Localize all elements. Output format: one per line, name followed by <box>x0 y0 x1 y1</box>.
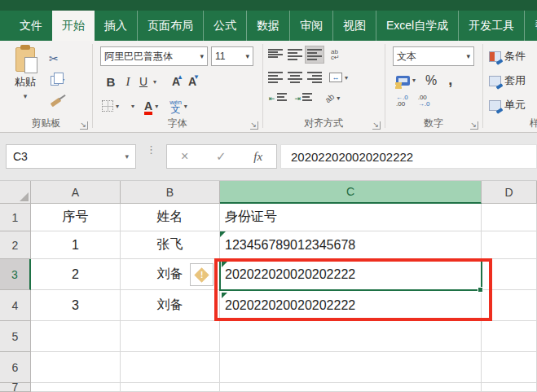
font-size-combo[interactable]: 11 ▾ <box>211 46 253 66</box>
select-all-corner[interactable] <box>0 181 31 204</box>
fill-handle[interactable] <box>478 287 483 293</box>
cell-C5[interactable] <box>220 321 482 352</box>
row-header-4[interactable]: 4 <box>0 290 31 321</box>
orientation-button[interactable]: ab <box>324 91 337 104</box>
increase-indent-button[interactable]: ⇥ <box>295 93 315 103</box>
number-format-combo[interactable]: 文本 ▾ <box>393 46 474 66</box>
cell-B6[interactable] <box>121 352 220 383</box>
ribbon-tab-5[interactable]: 公式 <box>203 11 246 41</box>
name-box-dropdown-icon[interactable]: ▾ <box>125 152 129 161</box>
decrease-font-button[interactable]: A▼ <box>184 75 200 88</box>
error-checking-button[interactable]: ! <box>190 263 213 286</box>
underline-button[interactable]: U <box>136 75 151 88</box>
ribbon-tab-1[interactable]: 文件 <box>10 11 52 41</box>
wrap-text-button[interactable]: abc↵ <box>331 49 340 60</box>
format-as-table-button[interactable]: 套用 <box>489 73 526 88</box>
cell-C7[interactable] <box>220 383 482 392</box>
font-color-dropdown-icon[interactable]: ▾ <box>155 103 158 110</box>
cell-B2[interactable]: 张飞 <box>121 231 220 259</box>
cell-A2[interactable]: 1 <box>31 231 121 259</box>
decrease-indent-button[interactable]: ⇤ <box>269 93 288 103</box>
ribbon-tab-10[interactable]: 开发工具 <box>458 11 524 41</box>
decrease-decimal-button[interactable]: .00→.0 <box>418 95 430 108</box>
cell-B5[interactable] <box>121 321 220 352</box>
formula-bar-splitter[interactable]: ⋮ <box>146 146 156 153</box>
align-center-button[interactable] <box>285 68 305 86</box>
cell-C6[interactable] <box>220 352 482 383</box>
paste-dropdown-icon[interactable]: ▾ <box>7 92 44 100</box>
ribbon-tab-8[interactable]: 视图 <box>332 11 376 41</box>
chevron-down-icon[interactable]: ▾ <box>200 52 204 60</box>
ribbon-tab-6[interactable]: 数据 <box>246 11 289 41</box>
font-name-combo[interactable]: 阿里巴巴普惠体 ▾ <box>100 46 208 66</box>
cell-A1[interactable]: 序号 <box>31 204 121 231</box>
row-header-7[interactable]: 7 <box>0 383 31 392</box>
ribbon-tab-4[interactable]: 页面布局 <box>137 11 203 41</box>
cell-C4[interactable]: 202022020020202222 <box>220 290 482 321</box>
row-header-2[interactable]: 2 <box>0 231 31 259</box>
cell-D7[interactable] <box>482 383 537 392</box>
column-header-D[interactable]: D <box>482 181 537 204</box>
cell-A5[interactable] <box>31 321 121 352</box>
cell-D4[interactable] <box>482 290 537 321</box>
cell-D3[interactable] <box>482 259 537 290</box>
name-box[interactable]: C3 ▾ <box>6 144 136 169</box>
row-header-6[interactable]: 6 <box>0 352 31 383</box>
accounting-dropdown-icon[interactable]: ▾ <box>412 77 416 84</box>
row-header-3[interactable]: 3 <box>0 259 31 290</box>
font-color-button[interactable]: A <box>144 100 152 112</box>
bottom-align-button[interactable] <box>305 46 324 64</box>
cell-styles-button[interactable]: 单元 <box>489 98 526 112</box>
italic-button[interactable]: I <box>120 75 136 89</box>
orientation-dropdown-icon[interactable]: ▾ <box>337 95 340 102</box>
percent-style-button[interactable]: % <box>425 73 437 88</box>
comma-style-button[interactable]: , <box>448 72 452 89</box>
cell-D2[interactable] <box>482 231 537 259</box>
copy-button[interactable]: ▾ <box>49 69 88 91</box>
cell-A6[interactable] <box>31 352 121 383</box>
cell-B7[interactable] <box>121 383 220 392</box>
cell-A3[interactable]: 2 <box>31 259 121 290</box>
insert-function-button[interactable]: fx <box>253 150 262 164</box>
cell-D6[interactable] <box>482 352 537 383</box>
number-dialog-launcher-icon[interactable]: ↘ <box>470 121 478 130</box>
ribbon-tab-11[interactable]: 帮助 <box>524 11 537 41</box>
row-header-5[interactable]: 5 <box>0 321 31 352</box>
ribbon-tab-2[interactable]: 开始 <box>52 11 95 41</box>
row-header-1[interactable]: 1 <box>0 204 31 231</box>
alignment-dialog-launcher-icon[interactable]: ↘ <box>372 121 381 130</box>
bold-button[interactable]: B <box>102 75 120 89</box>
borders-icon[interactable] <box>102 100 113 112</box>
middle-align-button[interactable] <box>285 46 305 64</box>
column-header-C[interactable]: C <box>220 181 482 204</box>
cell-D5[interactable] <box>482 321 537 352</box>
ribbon-tab-7[interactable]: 审阅 <box>289 11 332 41</box>
phonetic-dropdown-icon[interactable]: ▾ <box>184 103 187 110</box>
chevron-down-icon[interactable]: ▾ <box>245 52 249 60</box>
column-header-A[interactable]: A <box>31 181 121 204</box>
underline-dropdown-icon[interactable]: ▾ <box>153 78 156 86</box>
borders-dropdown-icon[interactable]: ▾ <box>116 103 119 110</box>
cell-A7[interactable] <box>31 383 121 392</box>
column-header-B[interactable]: B <box>121 181 220 204</box>
ribbon-tab-3[interactable]: 插入 <box>95 11 137 41</box>
formula-input[interactable]: 202022020020202222 <box>280 144 537 169</box>
font-dialog-launcher-icon[interactable]: ↘ <box>250 121 258 130</box>
cell-B1[interactable]: 姓名 <box>121 204 220 231</box>
conditional-formatting-button[interactable]: 条件 <box>489 49 526 64</box>
cut-button[interactable]: ✂ <box>49 47 88 69</box>
clipboard-dialog-launcher-icon[interactable]: ↘ <box>80 121 88 130</box>
ribbon-tab-9[interactable]: Excel自学成 <box>376 11 458 41</box>
cancel-entry-button[interactable]: × <box>181 149 188 164</box>
chevron-down-icon[interactable]: ▾ <box>466 52 470 60</box>
align-right-button[interactable] <box>305 68 324 86</box>
cell-A4[interactable]: 3 <box>31 290 121 321</box>
top-align-button[interactable] <box>266 46 285 64</box>
merge-center-button[interactable]: ↔ <box>329 73 342 82</box>
cell-D1[interactable] <box>482 204 537 231</box>
cell-B4[interactable]: 刘备 <box>121 290 220 321</box>
format-painter-button[interactable] <box>49 91 88 113</box>
merge-dropdown-icon[interactable]: ▾ <box>345 74 348 81</box>
align-left-button[interactable] <box>266 68 285 86</box>
increase-font-button[interactable]: A▲ <box>168 75 184 88</box>
